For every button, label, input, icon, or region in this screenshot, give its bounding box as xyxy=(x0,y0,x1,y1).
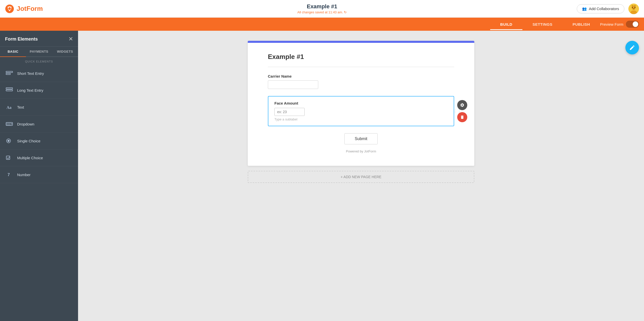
element-multiple-choice[interactable]: Multiple Choice xyxy=(0,149,78,166)
element-long-text[interactable]: Long Text Entry xyxy=(0,82,78,99)
saved-status: All changes saved at 11:43 am. ↻ xyxy=(297,10,347,14)
people-icon: 👥 xyxy=(582,7,587,11)
svg-point-6 xyxy=(634,7,635,8)
long-text-label: Long Text Entry xyxy=(17,88,43,92)
preview-toggle[interactable] xyxy=(626,21,639,28)
sidebar-tabs: BASIC PAYMENTS WIDGETS xyxy=(0,47,78,57)
field-face-amount[interactable]: Face Amount Type a sublabel xyxy=(268,96,454,126)
svg-rect-7 xyxy=(6,71,13,73)
field-face-amount-wrapper: Face Amount Type a sublabel ⋮⋮ xyxy=(268,96,454,126)
powered-by: Powered by JotForm xyxy=(268,149,454,153)
content-area: Example #1 Carrier Name Face Amount Type… xyxy=(78,31,644,321)
add-collaborators-button[interactable]: 👥 Add Collaborators xyxy=(577,4,624,13)
svg-point-5 xyxy=(632,7,633,8)
svg-rect-10 xyxy=(6,90,13,91)
element-dropdown[interactable]: Dropdown xyxy=(0,116,78,133)
element-single-choice[interactable]: Single Choice xyxy=(0,133,78,149)
face-amount-input[interactable] xyxy=(274,108,305,116)
svg-point-1 xyxy=(8,7,11,10)
number-label: Number xyxy=(17,173,30,177)
field-delete-button[interactable] xyxy=(457,112,467,122)
svg-rect-9 xyxy=(6,88,13,89)
carrier-name-label: Carrier Name xyxy=(268,74,454,78)
dropdown-label: Dropdown xyxy=(17,122,34,126)
sidebar-tab-widgets[interactable]: WIDGETS xyxy=(52,47,78,56)
short-text-label: Short Text Entry xyxy=(17,71,44,76)
user-avatar[interactable] xyxy=(628,4,639,14)
title-area: Example #1 All changes saved at 11:43 am… xyxy=(297,3,347,14)
element-text[interactable]: Aa Text xyxy=(0,99,78,116)
field-carrier-name: Carrier Name xyxy=(268,74,454,89)
svg-rect-8 xyxy=(6,73,10,75)
nav-bar: BUILD SETTINGS PUBLISH Preview Form xyxy=(0,18,644,31)
tab-publish[interactable]: PUBLISH xyxy=(562,19,600,30)
form-canvas: Example #1 Carrier Name Face Amount Type… xyxy=(248,41,474,166)
tab-settings[interactable]: SETTINGS xyxy=(522,19,562,30)
top-right-actions: 👥 Add Collaborators xyxy=(577,4,639,14)
form-title-header: Example #1 xyxy=(297,3,347,10)
sidebar-tab-basic[interactable]: BASIC xyxy=(0,47,26,57)
text-label: Text xyxy=(17,105,24,109)
single-choice-label: Single Choice xyxy=(17,139,41,143)
drag-handle[interactable]: ⋮⋮ xyxy=(453,109,461,114)
submit-area: Submit xyxy=(268,133,454,144)
preview-area: Preview Form xyxy=(600,21,639,28)
carrier-name-input[interactable] xyxy=(268,80,318,89)
add-new-page-button[interactable]: + ADD NEW PAGE HERE xyxy=(248,171,474,183)
main-layout: Form Elements ✕ BASIC PAYMENTS WIDGETS Q… xyxy=(0,31,644,321)
logo-area: JotForm xyxy=(5,4,43,13)
multiple-choice-icon xyxy=(5,153,14,162)
fab-edit-button[interactable] xyxy=(625,41,639,54)
svg-text:Aa: Aa xyxy=(7,105,12,110)
form-body: Example #1 Carrier Name Face Amount Type… xyxy=(248,43,474,166)
sidebar: Form Elements ✕ BASIC PAYMENTS WIDGETS Q… xyxy=(0,31,78,321)
logo-text: JotForm xyxy=(17,5,43,13)
multiple-choice-label: Multiple Choice xyxy=(17,156,43,160)
svg-point-16 xyxy=(8,140,10,142)
short-text-icon xyxy=(5,69,14,78)
number-icon: 7 xyxy=(5,170,14,179)
form-canvas-title: Example #1 xyxy=(268,53,454,61)
svg-text:7: 7 xyxy=(8,173,10,177)
form-divider xyxy=(268,67,454,67)
face-amount-sublabel: Type a sublabel xyxy=(274,117,448,121)
top-bar: JotForm Example #1 All changes saved at … xyxy=(0,0,644,18)
close-sidebar-button[interactable]: ✕ xyxy=(68,36,73,42)
refresh-icon: ↻ xyxy=(344,10,347,14)
single-choice-icon xyxy=(5,137,14,145)
dropdown-icon xyxy=(5,120,14,128)
submit-button[interactable]: Submit xyxy=(344,133,378,144)
tab-build[interactable]: BUILD xyxy=(490,19,522,30)
preview-label: Preview Form xyxy=(600,22,623,26)
jotform-logo-icon xyxy=(5,4,14,13)
quick-elements-label: QUICK ELEMENTS xyxy=(0,57,78,65)
nav-tabs: BUILD SETTINGS PUBLISH xyxy=(490,19,600,30)
sidebar-tab-payments[interactable]: PAYMENTS xyxy=(26,47,52,56)
element-short-text[interactable]: Short Text Entry xyxy=(0,65,78,82)
sidebar-title: Form Elements xyxy=(5,37,38,42)
long-text-icon xyxy=(5,86,14,94)
text-icon: Aa xyxy=(5,103,14,111)
sidebar-header: Form Elements ✕ xyxy=(0,31,78,47)
face-amount-label: Face Amount xyxy=(274,101,448,105)
form-top-bar-accent xyxy=(248,41,474,43)
element-number[interactable]: 7 Number xyxy=(0,166,78,183)
